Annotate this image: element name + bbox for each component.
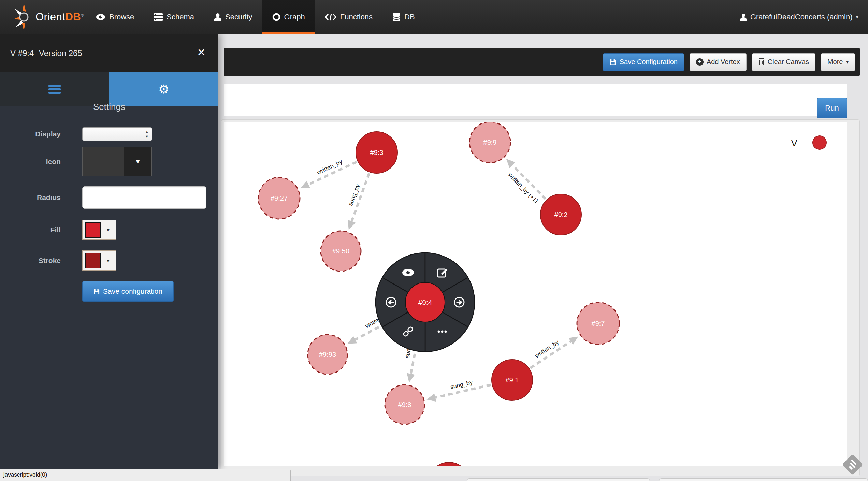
panel-tabs: ⚙ <box>0 72 218 106</box>
gear-icon: ⚙ <box>158 82 169 97</box>
settings-heading: Settings <box>0 102 218 112</box>
save-configuration-panel-label: Save configuration <box>103 287 162 295</box>
clear-canvas-label: Clear Canvas <box>768 58 809 66</box>
legend-class-label: V <box>791 138 797 149</box>
node-label: #9:50 <box>332 247 349 255</box>
node-label: #9:7 <box>592 320 605 327</box>
ellipsis-icon <box>438 331 447 333</box>
database-icon <box>392 13 401 21</box>
fill-color-picker[interactable]: ▼ <box>82 220 116 240</box>
save-configuration-label: Save Configuration <box>620 58 678 66</box>
node-radial-menu: #9:4 <box>374 251 476 353</box>
nav-label: DB <box>404 13 415 21</box>
fill-label: Fill <box>0 220 61 240</box>
radius-input[interactable] <box>82 186 206 209</box>
clear-canvas-button[interactable]: Clear Canvas <box>752 53 815 71</box>
stroke-swatch <box>85 253 101 268</box>
fill-swatch <box>85 222 101 238</box>
graph-edge[interactable]: sung_by <box>426 379 491 402</box>
graph-edge[interactable]: written_by <box>300 158 357 188</box>
display-select[interactable]: ▲▼ <box>82 127 152 141</box>
user-icon <box>740 13 747 21</box>
node-label: #9:3 <box>370 149 384 156</box>
tab-properties[interactable] <box>0 72 109 106</box>
node-label: #9:1 <box>506 376 519 384</box>
more-button[interactable]: More ▾ <box>821 53 855 71</box>
bottom-panel-edge <box>467 478 650 481</box>
nav-item-browse[interactable]: Browse <box>86 0 144 34</box>
edge-label: written_by <box>316 158 344 176</box>
graph-edge[interactable]: written_by (+1) <box>506 159 546 205</box>
graph-node[interactable] <box>429 462 469 466</box>
graph-node[interactable]: #9:27 <box>258 177 300 219</box>
graph-node[interactable]: #9:7 <box>577 302 619 345</box>
chevron-down-icon: ▾ <box>856 14 858 20</box>
display-label: Display <box>0 127 61 141</box>
save-configuration-panel-button[interactable]: Save configuration <box>82 281 174 302</box>
stroke-color-picker[interactable]: ▼ <box>82 250 116 271</box>
legend-vertex-dot[interactable] <box>812 135 827 150</box>
graph-node[interactable]: #9:3 <box>356 132 397 173</box>
query-editor-row[interactable] <box>224 84 847 116</box>
plus-circle-icon: + <box>696 58 704 66</box>
trash-icon <box>758 58 765 65</box>
icon-dropdown[interactable]: ▼ <box>82 147 152 176</box>
icon-label: Icon <box>0 147 61 176</box>
user-menu[interactable]: GratefulDeadConcerts (admin) ▾ <box>740 0 858 34</box>
graph-circle-icon <box>272 13 280 21</box>
nav-label: Schema <box>167 13 194 21</box>
radius-label: Radius <box>0 186 61 209</box>
chevron-down-icon: ▾ <box>846 59 849 65</box>
select-arrows-icon: ▲▼ <box>145 129 149 139</box>
save-icon <box>609 58 617 65</box>
status-bar: javascript:void(0) <box>0 469 291 481</box>
vertex-settings-panel: V-#9:4- Version 265 ✕ ⚙ Settings Display… <box>0 34 218 469</box>
graph-node[interactable]: #9:2 <box>540 194 581 235</box>
save-icon <box>93 288 100 295</box>
nav-item-functions[interactable]: Functions <box>315 0 382 34</box>
graph-edge[interactable]: sung_by <box>347 173 369 230</box>
panel-title: V-#9:4- Version 265 <box>10 34 82 72</box>
caret-down-icon: ▼ <box>124 147 151 176</box>
node-label: #9:8 <box>398 401 411 408</box>
graph-node[interactable]: #9:1 <box>492 360 533 400</box>
nav-label: Browse <box>109 13 134 21</box>
add-vertex-label: Add Vertex <box>707 58 740 66</box>
caret-down-icon: ▼ <box>101 227 116 233</box>
selected-node-label: #9:4 <box>418 298 432 306</box>
save-configuration-button[interactable]: Save Configuration <box>603 53 684 71</box>
nav-item-security[interactable]: Security <box>204 0 262 34</box>
nav-item-graph[interactable]: Graph <box>262 0 315 34</box>
edge-label: sung_by <box>450 379 473 391</box>
graph-edge[interactable]: written_by <box>530 337 578 368</box>
nav-item-db[interactable]: DB <box>382 0 425 34</box>
schema-icon <box>154 13 163 21</box>
eye-icon <box>96 14 105 20</box>
nav-items: Browse Schema Security Graph Functions D… <box>86 0 425 34</box>
node-label: #9:27 <box>271 194 288 202</box>
tab-settings[interactable]: ⚙ <box>109 72 218 106</box>
graph-node[interactable]: #9:93 <box>308 335 347 374</box>
caret-down-icon: ▼ <box>101 258 116 263</box>
nav-item-schema[interactable]: Schema <box>144 0 204 34</box>
run-button[interactable]: Run <box>817 98 847 118</box>
more-label: More <box>827 58 843 66</box>
graph-toolbar: Save Configuration + Add Vertex Clear Ca… <box>224 48 860 76</box>
graph-node[interactable]: #9:9 <box>469 122 510 163</box>
code-icon <box>325 13 336 21</box>
node-label: #9:9 <box>483 139 497 146</box>
graph-canvas[interactable]: written_bysung_bywritten_by (+1)written_… <box>224 122 847 466</box>
user-label: GratefulDeadConcerts (admin) <box>750 13 853 21</box>
orientdb-logo: OrientDB® <box>14 3 84 31</box>
graph-node[interactable]: #9:50 <box>321 231 361 271</box>
bottom-panel-edge <box>659 478 868 481</box>
orientdb-logo-icon <box>14 3 33 31</box>
graph-svg: written_bysung_bywritten_by (+1)written_… <box>224 122 847 466</box>
add-vertex-button[interactable]: + Add Vertex <box>690 53 747 71</box>
nav-label: Functions <box>340 13 373 21</box>
stroke-label: Stroke <box>0 250 61 271</box>
graph-node[interactable]: #9:8 <box>385 385 424 424</box>
user-icon <box>214 13 221 21</box>
icon-preview <box>83 147 124 176</box>
close-icon[interactable]: ✕ <box>193 44 209 61</box>
